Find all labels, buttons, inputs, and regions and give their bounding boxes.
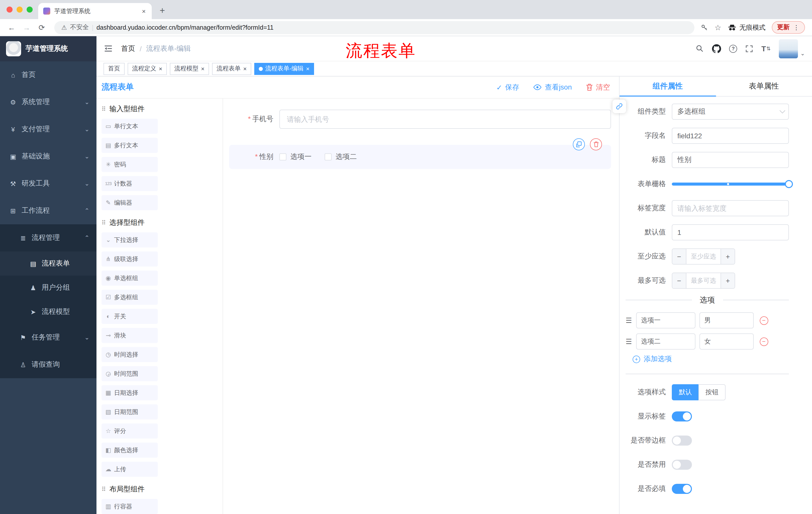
tag-close-icon[interactable]: × (201, 65, 204, 72)
palette-item[interactable]: ◷时间选择 (102, 347, 158, 362)
address-bar[interactable]: ⚠ 不安全 | dashboard.yudao.iocoder.cn/bpm/m… (54, 21, 694, 34)
option-value-input[interactable] (699, 312, 753, 328)
component-type-value[interactable] (672, 104, 789, 120)
tag-close-icon[interactable]: × (243, 65, 247, 72)
sidebar-item-system-management[interactable]: ⚙系统管理⌄ (0, 88, 96, 116)
component-type-select[interactable] (672, 104, 789, 120)
sidebar-item-process-management[interactable]: ≣流程管理⌃ (0, 224, 96, 251)
browser-tab[interactable]: 芋道管理系统 × (38, 3, 152, 19)
sidebar-item-task-management[interactable]: ⚑任务管理⌄ (0, 324, 96, 351)
sidebar-item-home[interactable]: ⌂首页 (0, 61, 96, 88)
increase-button[interactable]: + (721, 273, 735, 288)
sidebar-item-workflow[interactable]: ⊞工作流程⌃ (0, 197, 96, 224)
panel-collapse-handle[interactable] (612, 100, 626, 113)
toggle-switch-on[interactable] (672, 484, 692, 494)
back-button[interactable]: ← (5, 21, 18, 34)
fullscreen-icon[interactable] (745, 45, 753, 53)
gender-checkbox[interactable]: 选项二 (325, 153, 357, 161)
palette-item[interactable]: ▦日期选择 (102, 385, 158, 400)
sidebar-toggle-icon[interactable] (104, 44, 113, 53)
update-browser-button[interactable]: 更新 ⋮ (772, 21, 805, 34)
palette-item[interactable]: ◧颜色选择 (102, 442, 158, 458)
remove-option-icon[interactable]: − (759, 316, 768, 325)
increase-button[interactable]: + (721, 249, 735, 264)
phone-input[interactable] (279, 110, 611, 129)
palette-item[interactable]: ▭单行文本 (102, 119, 158, 134)
tag-item[interactable]: 首页 (104, 63, 125, 75)
palette-item[interactable]: ▤多行文本 (102, 138, 158, 153)
zoom-window-button[interactable] (27, 6, 33, 12)
decrease-button[interactable]: − (672, 249, 686, 264)
drag-handle-icon[interactable]: ☰ (626, 337, 632, 346)
toggle-switch-off[interactable] (672, 436, 692, 445)
slider-handle[interactable] (785, 180, 793, 188)
sidebar-item-leave-query[interactable]: ♙请假查询 (0, 351, 96, 378)
palette-item[interactable]: ☆评分 (102, 424, 158, 438)
search-icon[interactable] (695, 44, 704, 53)
breadcrumb-home[interactable]: 首页 (121, 44, 135, 53)
avatar[interactable] (779, 39, 798, 58)
palette-item[interactable]: ◉单选框组 (102, 271, 158, 286)
view-json-button[interactable]: 查看json (533, 83, 572, 92)
palette-item[interactable]: ✎编辑器 (102, 195, 158, 210)
title-input[interactable] (672, 152, 789, 168)
sidebar-item-process-model[interactable]: ➤流程模型 (0, 300, 96, 324)
palette-item[interactable]: ◐开关 (102, 309, 158, 324)
drag-handle-icon[interactable]: ☰ (626, 316, 632, 324)
add-option-button[interactable]: + 添加选项 (633, 355, 789, 363)
decrease-button[interactable]: − (672, 273, 686, 288)
palette-item[interactable]: ▧日期范围 (102, 404, 158, 420)
tab-form-props[interactable]: 表单属性 (716, 77, 812, 96)
option-style-choice[interactable]: 默认 (672, 384, 698, 400)
password-key-icon[interactable] (700, 23, 708, 31)
clear-button[interactable]: 清空 (586, 83, 610, 92)
palette-item[interactable]: ✳密码 (102, 157, 158, 172)
font-size-icon[interactable]: T ⇅ (761, 44, 771, 53)
max-select-value[interactable]: 最多可选 (686, 273, 721, 288)
browser-menu-icon[interactable]: ⋮ (793, 24, 800, 31)
grid-slider[interactable] (672, 176, 789, 192)
checkbox-box[interactable] (325, 154, 331, 160)
option-style-choice[interactable]: 按钮 (698, 384, 726, 400)
selected-widget-gender[interactable]: *性别 选项一选项二 (229, 145, 611, 169)
sidebar-item-user-group[interactable]: ♟用户分组 (0, 276, 96, 300)
toggle-switch-off[interactable] (672, 460, 692, 470)
palette-item[interactable]: ▥行容器 (102, 499, 158, 514)
option-label-input[interactable] (636, 333, 695, 350)
help-icon[interactable]: ? (729, 45, 737, 53)
label-width-input[interactable] (672, 200, 789, 216)
new-tab-button[interactable]: + (156, 4, 169, 17)
tag-item[interactable]: 流程模型× (170, 63, 209, 75)
reload-button[interactable]: ⟳ (35, 21, 48, 34)
sidebar-logo-row[interactable]: 芋道管理系统 (0, 36, 96, 61)
github-icon[interactable] (712, 44, 721, 53)
tag-close-icon[interactable]: × (159, 65, 162, 72)
option-label-input[interactable] (636, 312, 695, 328)
palette-item[interactable]: 123计数器 (102, 176, 158, 191)
tag-close-icon[interactable]: × (306, 65, 310, 72)
gender-checkbox[interactable]: 选项一 (279, 153, 312, 161)
option-value-input[interactable] (699, 333, 753, 350)
delete-widget-button[interactable] (590, 138, 602, 151)
tag-item[interactable]: 流程表单× (212, 63, 251, 75)
min-select-value[interactable]: 至少应选 (686, 249, 721, 264)
save-button[interactable]: ✓ 保存 (496, 83, 519, 92)
palette-item[interactable]: ⌄下拉选择 (102, 232, 158, 247)
minimize-window-button[interactable] (17, 6, 23, 12)
tag-item[interactable]: 流程表单-编辑× (254, 63, 314, 75)
tag-item[interactable]: 流程定义× (127, 63, 167, 75)
bookmark-star-icon[interactable]: ☆ (715, 23, 721, 32)
sidebar-item-process-form[interactable]: ▤流程表单 (0, 251, 96, 276)
copy-widget-button[interactable] (573, 138, 585, 151)
sidebar-item-payment-management[interactable]: ¥支付管理⌄ (0, 116, 96, 143)
toggle-switch-on[interactable] (672, 411, 692, 422)
tab-component-props[interactable]: 组件属性 (619, 77, 716, 96)
default-value-input[interactable] (672, 224, 789, 240)
sidebar-item-dev-tools[interactable]: ⚒研发工具⌄ (0, 170, 96, 197)
palette-item[interactable]: ◶时间范围 (102, 366, 158, 381)
checkbox-box[interactable] (279, 154, 286, 160)
palette-item[interactable]: ☑多选框组 (102, 290, 158, 305)
user-menu[interactable]: ⌄ (779, 39, 805, 58)
field-name-input[interactable] (672, 128, 789, 144)
sidebar-item-infrastructure[interactable]: ▣基础设施⌄ (0, 143, 96, 170)
